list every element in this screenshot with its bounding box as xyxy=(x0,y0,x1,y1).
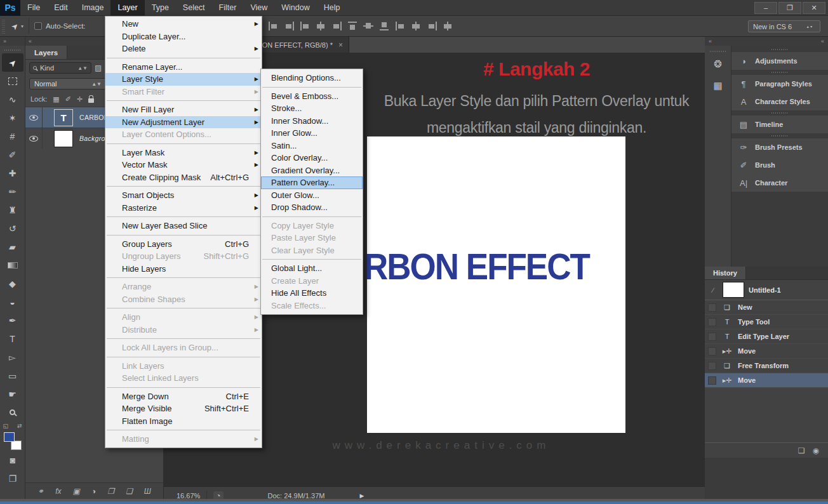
menu-item-layer-style[interactable]: Layer Style ▶ xyxy=(105,73,262,86)
align-right-edges-icon[interactable] xyxy=(284,22,295,30)
menu-item[interactable]: Vector Mask ▶ xyxy=(105,159,262,171)
delete-layer-icon[interactable]: Ш xyxy=(144,487,151,496)
menu-item[interactable]: Inner Shadow... xyxy=(261,115,363,128)
distribute-left-icon[interactable] xyxy=(395,22,406,30)
history-step[interactable]: T Edit Type Layer xyxy=(705,329,828,344)
menu-edit[interactable]: Edit xyxy=(47,0,75,16)
history-step[interactable]: ▸✛ Move xyxy=(705,344,828,359)
foreground-color-swatch[interactable] xyxy=(4,432,15,442)
tab-history[interactable]: History xyxy=(705,267,746,279)
type-tool[interactable]: T xyxy=(0,329,25,348)
eraser-tool[interactable]: ▰ xyxy=(0,237,25,256)
menu-file[interactable]: File xyxy=(20,0,47,16)
menu-item[interactable]: Hide Layers xyxy=(105,263,262,275)
menu-item[interactable]: Link Layers xyxy=(105,360,262,373)
menu-item-blending-options[interactable]: Blending Options... xyxy=(261,72,363,84)
panel-timeline[interactable]: ▤ Timeline xyxy=(731,116,828,133)
lock-transparency-icon[interactable]: ▦ xyxy=(53,95,59,103)
status-flyout-icon[interactable]: ▶ xyxy=(359,493,364,499)
menu-item[interactable]: Merge Visible Shift+Ctrl+E xyxy=(105,402,262,415)
menu-item[interactable]: Duplicate Layer... xyxy=(105,30,262,43)
menu-item[interactable]: Group Layers Ctrl+G xyxy=(105,238,262,251)
history-step[interactable]: ❏ Free Transform xyxy=(705,359,828,373)
menu-filter[interactable]: Filter xyxy=(212,0,244,16)
menu-item[interactable]: Flatten Image xyxy=(105,415,262,428)
menu-item[interactable]: Global Light... xyxy=(261,262,363,275)
path-selection-tool[interactable]: ▻ xyxy=(0,348,25,366)
menu-item[interactable]: Inner Glow... xyxy=(261,127,363,140)
close-button[interactable]: ✕ xyxy=(803,2,825,14)
shape-tool[interactable]: ▭ xyxy=(0,366,25,385)
distribute-right-icon[interactable] xyxy=(427,22,437,30)
distribute-widths-icon[interactable] xyxy=(443,22,453,30)
menu-item[interactable]: Layer Content Options... xyxy=(105,128,262,141)
close-document-icon[interactable]: × xyxy=(338,41,343,50)
menu-item[interactable]: Smart Objects ▶ xyxy=(105,189,262,202)
align-center-horizontal-icon[interactable] xyxy=(316,22,326,30)
menu-item-pattern-overlay[interactable]: Pattern Overlay... xyxy=(261,176,363,189)
pen-tool[interactable]: ✒ xyxy=(0,311,25,329)
lock-move-icon[interactable]: ✛ xyxy=(77,95,83,103)
menu-item[interactable]: Ungroup Layers Shift+Ctrl+G xyxy=(105,250,262,263)
menu-item[interactable]: Satin... xyxy=(261,140,363,152)
panel-character[interactable]: A| Character xyxy=(731,174,828,192)
history-source-checkbox[interactable] xyxy=(708,333,716,341)
current-tool-preview[interactable]: ➤ ▾ xyxy=(11,22,23,31)
layer-thumbnail-cell[interactable] xyxy=(54,130,73,147)
eyedropper-tool[interactable]: ✐ xyxy=(0,145,25,164)
history-source-checkbox[interactable] xyxy=(708,303,716,312)
menu-item[interactable]: Distribute ▶ xyxy=(105,324,262,336)
filter-pixel-layers-icon[interactable]: ▨ xyxy=(95,63,102,72)
add-mask-icon[interactable]: ▣ xyxy=(73,487,80,496)
lock-all-icon[interactable] xyxy=(88,98,94,103)
align-right-icon[interactable] xyxy=(331,22,342,30)
menu-item[interactable]: Create Clipping Mask Alt+Ctrl+G xyxy=(105,171,262,184)
menu-item[interactable]: Arrange ▶ xyxy=(105,281,262,293)
history-source-checkbox[interactable] xyxy=(708,347,716,355)
menu-item[interactable]: Color Overlay... xyxy=(261,152,363,164)
history-source-checkbox[interactable] xyxy=(708,362,716,370)
background-color-swatch[interactable] xyxy=(11,441,22,450)
swatch-controls[interactable]: ◱ ⇄ xyxy=(3,423,22,429)
adjustment-layer-icon[interactable]: ◑ xyxy=(91,487,96,496)
layer-style-fx-icon[interactable]: fx xyxy=(55,487,61,496)
right-dock-header[interactable]: « « xyxy=(705,37,828,46)
menu-item[interactable]: Rasterize ▶ xyxy=(105,202,262,215)
menu-item[interactable]: Matting ▶ xyxy=(105,433,262,446)
history-source-checkbox[interactable] xyxy=(708,376,716,385)
menu-view[interactable]: View xyxy=(243,0,274,16)
rectangular-marquee-tool[interactable] xyxy=(0,72,25,90)
minimize-button[interactable]: – xyxy=(754,2,777,14)
history-step[interactable]: ❏ New xyxy=(705,300,828,315)
visibility-cell[interactable] xyxy=(25,128,43,149)
visibility-cell[interactable] xyxy=(25,107,43,128)
history-brush-tool[interactable]: ↺ xyxy=(0,219,25,237)
crop-tool[interactable]: # xyxy=(0,127,25,145)
menu-item[interactable]: Combine Shapes ▶ xyxy=(105,293,262,306)
restore-button[interactable]: ❐ xyxy=(778,2,801,14)
layer-filter-dropdown[interactable]: Kind ▲▼ xyxy=(29,62,91,74)
new-layer-icon[interactable]: ❑ xyxy=(126,487,133,496)
brush-tool[interactable]: ✏ xyxy=(0,182,25,201)
move-tool[interactable]: ➤ xyxy=(2,53,23,72)
menu-item[interactable]: Select Linked Layers xyxy=(105,372,262,385)
menu-item[interactable]: Stroke... xyxy=(261,102,363,115)
align-bottom-icon[interactable] xyxy=(379,22,390,30)
menu-item[interactable]: Drop Shadow... xyxy=(261,201,363,214)
clone-stamp-tool[interactable]: ♜ xyxy=(0,201,25,219)
menu-item[interactable]: Delete ▶ xyxy=(105,43,262,55)
distribute-center-icon[interactable] xyxy=(411,22,422,30)
auto-select-checkbox[interactable] xyxy=(34,22,42,30)
menu-item[interactable]: Gradient Overlay... xyxy=(261,164,363,177)
menu-item[interactable]: Merge Down Ctrl+E xyxy=(105,390,262,403)
panel-character-styles[interactable]: A Character Styles xyxy=(731,93,828,110)
new-snapshot-icon[interactable]: ◉ xyxy=(813,446,819,455)
healing-brush-tool[interactable]: ✚ xyxy=(0,164,25,182)
panel-brush-presets[interactable]: ✑ Brush Presets xyxy=(731,138,828,156)
workspace-preset-dropdown[interactable]: New in CS 6 ▲▼ xyxy=(748,20,820,32)
tab-layers[interactable]: Layers xyxy=(25,46,67,59)
menu-item[interactable]: Rename Layer... xyxy=(105,61,262,74)
lock-paint-icon[interactable]: ✐ xyxy=(65,95,71,103)
panel-adjustments[interactable]: ◑ Adjustments xyxy=(731,52,828,70)
blur-tool[interactable]: ◆ xyxy=(0,274,25,293)
